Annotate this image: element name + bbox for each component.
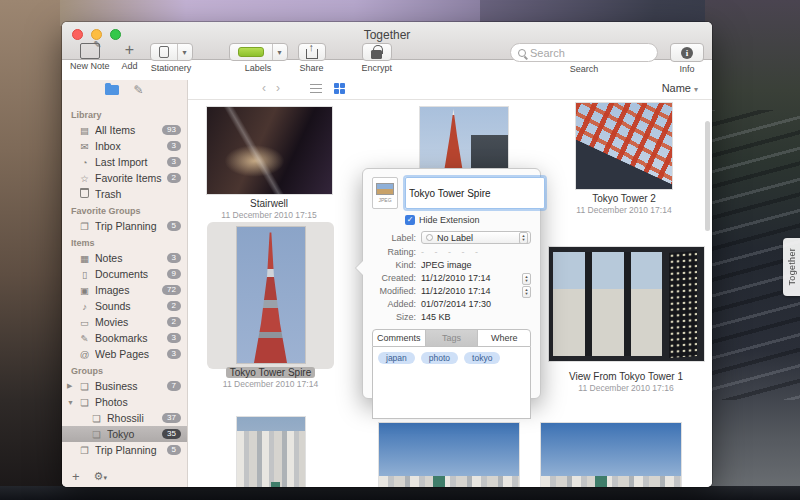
stepper-icon[interactable]: ▲▼ [522,273,531,285]
add-group-button[interactable]: + [72,469,80,484]
section-title-favorite-groups: Favorite Groups [62,202,187,218]
notes-icon: ▦ [78,253,91,264]
grid-view-icon[interactable] [334,83,345,94]
sidebar-item-trip-planning-fav[interactable]: ❐ Trip Planning 5 [62,218,187,234]
label-swatch[interactable] [230,44,272,60]
folder-icon: ❏ [90,413,103,424]
tag-pill[interactable]: photo [421,352,458,364]
disclosure-collapsed-icon[interactable]: ▶ [67,382,72,390]
sidebar-item-favorite-items[interactable]: ☆ Favorite Items 2 [62,170,187,186]
sidebar-item-all-items[interactable]: ▤ All Items 93 [62,122,187,138]
inbox-icon: ✉ [78,141,91,152]
sidebar-item-rhossili[interactable]: ❏ Rhossili 37 [62,410,187,426]
tag-pill[interactable]: japan [378,352,415,364]
grid-item-cityscape-1[interactable] [237,417,305,487]
sidebar-item-web-pages[interactable]: @ Web Pages 3 [62,346,187,362]
count-badge: 7 [167,381,181,391]
section-title-items: Items [62,234,187,250]
stepper-icon[interactable]: ▲▼ [522,286,531,298]
sidebar-item-inbox[interactable]: ✉ Inbox 3 [62,138,187,154]
grid-item-tokyo-tower-spire[interactable]: Tokyo Tower Spire 11 December 2010 17:14 [207,227,334,389]
count-badge: 3 [167,141,181,151]
together-window: Together New Note + Add ▾ Stationery [62,22,712,487]
grid-item-tokyo-tower-2[interactable]: Tokyo Tower 2 11 December 2010 17:14 [574,103,674,215]
count-badge: 3 [167,157,181,167]
sidebar-item-trip-planning[interactable]: ❐ Trip Planning 5 [62,442,187,458]
photo-thumbnail[interactable] [207,107,332,194]
sidebar-item-movies[interactable]: ▭ Movies 2 [62,314,187,330]
together-edge-tab[interactable]: Together [783,238,800,296]
folders-view-icon[interactable] [105,85,119,95]
info-button[interactable]: i Info [670,43,704,74]
jpeg-file-icon: JPEG [372,177,398,209]
gear-menu-button[interactable]: ⚙▾ [94,470,107,483]
photo-thumbnail[interactable] [541,423,681,487]
rating-control[interactable]: ‐ ‐ ‐ ‐ ‐ [421,247,482,257]
stacked-folders-icon: ❐ [78,221,91,232]
toolbar: New Note + Add ▾ Stationery ▾ Labels [62,40,712,80]
photo-thumbnail[interactable] [237,227,305,363]
stationery-button[interactable]: ▾ Stationery [150,43,193,73]
sidebar-item-business[interactable]: ▶ ❏ Business 7 [62,378,187,394]
filename-input[interactable] [405,177,545,209]
grid-item-view-from-tokyo-tower-1[interactable]: View From Tokyo Tower 1 11 December 2010… [547,247,705,393]
labels-button[interactable]: ▾ Labels [229,43,288,73]
grid-item-cityscape-2[interactable] [379,423,519,487]
photo-thumbnail[interactable] [576,103,672,189]
tab-tags[interactable]: Tags [426,330,479,346]
disclosure-expanded-icon[interactable]: ▼ [67,399,74,406]
sidebar-item-notes[interactable]: ▦ Notes 3 [62,250,187,266]
speaker-icon: ♪ [78,301,91,312]
all-items-icon: ▤ [78,125,91,136]
sidebar-item-tokyo[interactable]: ❏ Tokyo 35 [62,426,187,442]
no-label-swatch [426,234,433,241]
tab-comments[interactable]: Comments [373,330,426,346]
count-badge: 72 [162,285,181,295]
new-note-button[interactable]: New Note [70,43,110,71]
count-badge: 9 [167,269,181,279]
label-dropdown[interactable]: No Label ▲▼ [421,231,531,244]
stationery-page-icon[interactable] [151,44,177,60]
kind-value: JPEG image [421,260,531,270]
count-badge: 3 [167,333,181,343]
search-input[interactable] [530,47,672,59]
grid-item-cityscape-3[interactable] [541,423,681,487]
list-view-icon[interactable] [310,84,322,94]
photo-thumbnail[interactable] [237,417,305,487]
hide-extension-checkbox[interactable]: ✓ [405,215,415,225]
share-button[interactable]: Share [298,43,326,73]
sidebar-item-photos[interactable]: ▼ ❏ Photos [62,394,187,410]
sidebar-item-sounds[interactable]: ♪ Sounds 2 [62,298,187,314]
photo-thumbnail[interactable] [379,423,519,487]
count-badge: 35 [162,429,181,439]
grid-item-stairwell[interactable]: Stairwell 11 December 2010 17:15 [204,107,334,220]
encrypt-button[interactable]: Encrypt [362,43,393,73]
path-bar: ✎ ‹ › Name▾ [62,80,712,100]
star-icon: ☆ [78,173,91,184]
photo-thumbnail[interactable] [549,247,704,361]
bookmark-icon: ✎ [78,333,91,344]
wallpaper-rocks-bottom [0,486,800,500]
back-button[interactable]: ‹ [262,81,266,95]
add-button[interactable]: + Add [120,43,140,71]
sidebar-item-last-import[interactable]: ◔ Last Import 3 [62,154,187,170]
sort-dropdown[interactable]: Name▾ [662,82,698,94]
sidebar-item-images[interactable]: ▣ Images 72 [62,282,187,298]
size-value: 145 KB [421,312,531,322]
sidebar-item-documents[interactable]: ▯ Documents 9 [62,266,187,282]
wallpaper-cliff-left [0,0,70,500]
chevron-down-icon[interactable]: ▾ [177,44,192,60]
scrollbar-thumb[interactable] [705,121,710,231]
stepper-icon[interactable]: ▲▼ [519,232,528,244]
plus-icon: + [120,43,140,59]
sidebar-item-trash[interactable]: Trash [62,186,187,202]
chevron-down-icon[interactable]: ▾ [272,44,287,60]
popover-arrow [356,261,363,275]
lock-icon [371,50,382,59]
tag-pill[interactable]: tokyo [464,352,500,364]
document-icon: ▯ [78,269,91,280]
tab-where[interactable]: Where [478,330,530,346]
forward-button[interactable]: › [276,81,280,95]
sidebar-item-bookmarks[interactable]: ✎ Bookmarks 3 [62,330,187,346]
edit-pencil-icon[interactable]: ✎ [133,83,143,97]
